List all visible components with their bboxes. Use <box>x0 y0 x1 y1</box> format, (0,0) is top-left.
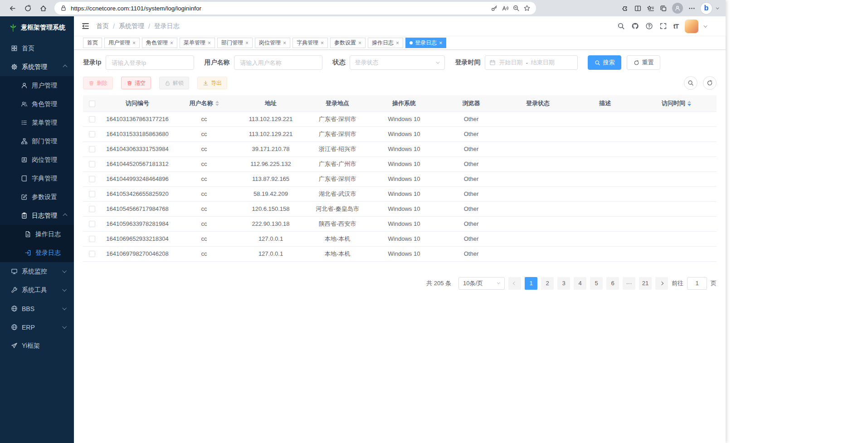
help-icon[interactable] <box>645 22 653 30</box>
tab-home[interactable]: 首页 <box>83 38 102 48</box>
browser-back-button[interactable] <box>5 2 19 15</box>
fullscreen-icon[interactable] <box>659 22 667 30</box>
sidebar-item-erp[interactable]: ERP <box>0 318 74 336</box>
sidebar-item-yi-framework[interactable]: Yi框架 <box>0 336 74 355</box>
pagination-page-1[interactable]: 1 <box>525 277 537 290</box>
github-icon[interactable] <box>631 22 639 30</box>
password-key-icon[interactable] <box>491 5 498 12</box>
row-checkbox[interactable] <box>89 131 95 137</box>
pagination-next[interactable] <box>655 277 668 290</box>
row-checkbox[interactable] <box>89 206 95 212</box>
login-ip-input[interactable] <box>106 55 194 70</box>
breadcrumb-system-management[interactable]: 系统管理 <box>119 22 144 30</box>
row-checkbox[interactable] <box>89 191 95 197</box>
pagination-page-4[interactable]: 4 <box>574 277 586 290</box>
tab-login-log[interactable]: 登录日志× <box>405 38 446 48</box>
copilot-caret-icon[interactable] <box>716 6 719 9</box>
sidebar-item-home[interactable]: 首页 <box>0 39 74 58</box>
close-icon[interactable]: × <box>283 40 286 46</box>
sidebar-item-log-management[interactable]: 日志管理 <box>0 206 74 225</box>
close-icon[interactable]: × <box>208 40 211 46</box>
site-lock-icon[interactable] <box>60 5 67 12</box>
export-button[interactable]: 导出 <box>197 77 227 89</box>
row-checkbox[interactable] <box>89 251 95 257</box>
avatar-caret-icon[interactable] <box>703 24 707 27</box>
split-screen-icon[interactable] <box>634 5 642 12</box>
sidebar-item-menu-management[interactable]: 菜单管理 <box>0 113 74 132</box>
browser-settings-more-icon[interactable] <box>688 5 696 12</box>
header-search-icon[interactable] <box>617 22 625 30</box>
delete-button[interactable]: 删除 <box>83 77 113 89</box>
address-bar[interactable]: https://ccnetcore.com:1101/system/log/lo… <box>54 2 536 15</box>
sidebar-item-login-log[interactable]: 登录日志 <box>0 243 74 262</box>
sidebar-item-dept-management[interactable]: 部门管理 <box>0 132 74 151</box>
row-checkbox[interactable] <box>89 176 95 182</box>
unlock-button[interactable]: 解锁 <box>159 77 189 89</box>
status-select[interactable]: 登录状态 <box>350 55 445 70</box>
clear-button[interactable]: 清空 <box>121 77 151 89</box>
reset-button[interactable]: 重置 <box>627 55 660 70</box>
breadcrumb-home[interactable]: 首页 <box>96 22 109 30</box>
favorite-star-icon[interactable] <box>523 5 531 12</box>
sort-icon[interactable] <box>215 101 219 106</box>
close-icon[interactable]: × <box>245 40 249 46</box>
tab-post-management[interactable]: 岗位管理× <box>255 38 290 48</box>
tab-menu-management[interactable]: 菜单管理× <box>180 38 215 48</box>
row-checkbox[interactable] <box>89 116 95 122</box>
sidebar-item-post-management[interactable]: 岗位管理 <box>0 151 74 169</box>
tab-role-management[interactable]: 角色管理× <box>142 38 177 48</box>
row-checkbox[interactable] <box>89 161 95 167</box>
favorites-bar-icon[interactable] <box>647 5 654 12</box>
sidebar-item-dict-management[interactable]: 字典管理 <box>0 169 74 188</box>
date-range-picker[interactable]: 开始日期 - 结束日期 <box>485 55 578 70</box>
font-size-icon[interactable]: tT <box>673 23 678 30</box>
pagination-page-3[interactable]: 3 <box>557 277 570 290</box>
tab-param-settings[interactable]: 参数设置× <box>330 38 366 48</box>
user-avatar[interactable] <box>685 19 698 33</box>
close-icon[interactable]: × <box>321 40 324 46</box>
pagination-ellipsis[interactable]: ··· <box>623 277 635 290</box>
pagination-page-2[interactable]: 2 <box>541 277 554 290</box>
pagination-page-6[interactable]: 6 <box>606 277 619 290</box>
close-icon[interactable]: × <box>132 40 136 46</box>
app-logo[interactable]: 意框架管理系统 <box>0 16 74 39</box>
pagination-prev[interactable] <box>508 277 521 290</box>
search-button[interactable]: 搜索 <box>588 55 621 70</box>
extensions-icon[interactable] <box>621 5 629 12</box>
collections-icon[interactable] <box>659 5 667 12</box>
close-icon[interactable]: × <box>170 40 173 46</box>
read-aloud-icon[interactable] <box>502 5 509 12</box>
column-username[interactable]: 用户名称 <box>174 95 234 112</box>
toggle-search-button[interactable] <box>684 76 697 90</box>
row-checkbox[interactable] <box>89 146 95 152</box>
sort-icon[interactable] <box>688 101 691 106</box>
username-input[interactable] <box>234 55 322 70</box>
tab-operation-log[interactable]: 操作日志× <box>368 38 403 48</box>
sidebar-item-role-management[interactable]: 角色管理 <box>0 95 74 113</box>
sidebar-item-system-management[interactable]: 系统管理 <box>0 58 74 76</box>
zoom-icon[interactable] <box>512 5 520 12</box>
refresh-table-button[interactable] <box>703 76 717 90</box>
close-icon[interactable]: × <box>396 40 399 46</box>
pagination-page-5[interactable]: 5 <box>590 277 603 290</box>
select-all-checkbox[interactable] <box>89 101 95 107</box>
tab-dept-management[interactable]: 部门管理× <box>217 38 253 48</box>
close-icon[interactable]: × <box>439 40 442 46</box>
tab-dict-management[interactable]: 字典管理× <box>293 38 328 48</box>
browser-refresh-button[interactable] <box>21 2 34 15</box>
sidebar-item-param-settings[interactable]: 参数设置 <box>0 188 74 206</box>
browser-profile-avatar[interactable] <box>672 3 683 14</box>
row-checkbox[interactable] <box>89 236 95 242</box>
copilot-icon[interactable]: b <box>701 3 712 14</box>
page-size-select[interactable]: 10条/页 <box>458 277 505 290</box>
tab-user-management[interactable]: 用户管理× <box>104 38 140 48</box>
pagination-page-21[interactable]: 21 <box>639 277 652 290</box>
browser-home-button[interactable] <box>36 2 50 15</box>
sidebar-item-bbs[interactable]: BBS <box>0 299 74 318</box>
row-checkbox[interactable] <box>89 221 95 227</box>
sidebar-item-user-management[interactable]: 用户管理 <box>0 76 74 95</box>
close-icon[interactable]: × <box>358 40 361 46</box>
sidebar-item-system-tools[interactable]: 系统工具 <box>0 281 74 299</box>
sidebar-fold-icon[interactable] <box>81 22 90 30</box>
goto-page-input[interactable] <box>687 277 707 290</box>
